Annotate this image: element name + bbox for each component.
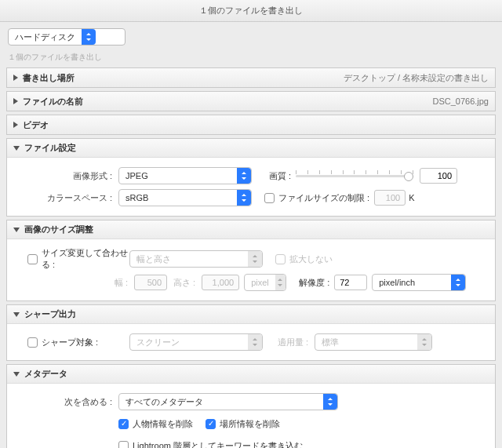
panel-summary: DSC_0766.jpg bbox=[432, 97, 489, 106]
remove-location-label: 場所情報を削除 bbox=[220, 418, 280, 430]
include-label: 次を含める : bbox=[16, 396, 118, 408]
remove-person-label: 人物情報を削除 bbox=[133, 418, 193, 430]
disclosure-right-icon bbox=[13, 75, 18, 81]
chevron-updown-icon bbox=[237, 190, 251, 206]
panel-header-location[interactable]: 書き出し場所 デスクトップ / 名称未設定の書き出し bbox=[7, 68, 495, 87]
quality-label: 画質 : bbox=[264, 170, 296, 182]
format-value: JPEG bbox=[126, 171, 231, 180]
resize-mode-select: 幅と高さ bbox=[129, 250, 263, 268]
chevron-updown-icon bbox=[248, 251, 262, 267]
chevron-updown-icon bbox=[82, 29, 96, 45]
format-select[interactable]: JPEG bbox=[118, 167, 252, 184]
no-enlarge-checkbox bbox=[275, 254, 286, 264]
sharpen-target-value: スクリーン bbox=[136, 337, 242, 348]
no-enlarge-label: 拡大しない bbox=[289, 253, 333, 265]
disclosure-down-icon bbox=[13, 146, 20, 151]
remove-location-checkbox[interactable] bbox=[206, 419, 216, 429]
quality-slider[interactable] bbox=[296, 169, 413, 182]
disclosure-right-icon bbox=[13, 122, 18, 128]
disclosure-down-icon bbox=[13, 372, 20, 377]
resize-checkbox[interactable] bbox=[27, 254, 38, 264]
quality-input[interactable] bbox=[420, 168, 457, 184]
format-label: 画像形式 : bbox=[16, 170, 118, 182]
include-value: すべてのメタデータ bbox=[126, 396, 317, 408]
panel-header-file-settings[interactable]: ファイル設定 bbox=[7, 139, 495, 158]
sharpen-amount-label: 適用量 : bbox=[275, 337, 315, 348]
panel-title: 書き出し場所 bbox=[23, 72, 344, 84]
colorspace-select[interactable]: sRGB bbox=[118, 189, 252, 206]
dim-unit-value: pixel bbox=[251, 278, 269, 287]
chevron-updown-icon bbox=[451, 275, 465, 290]
resolution-unit-value: pixel/inch bbox=[379, 278, 445, 287]
panel-header-sharpen[interactable]: シャープ出力 bbox=[7, 305, 495, 324]
height-label: 高さ : bbox=[173, 277, 202, 289]
height-input bbox=[202, 275, 239, 290]
resize-label: サイズ変更して合わせる : bbox=[42, 247, 129, 271]
write-keywords-label: Lightroom 階層としてキーワードを書き込む bbox=[133, 440, 303, 449]
sharpen-amount-value: 標準 bbox=[322, 337, 411, 348]
colorspace-label: カラースペース : bbox=[16, 192, 118, 204]
resolution-input[interactable] bbox=[334, 275, 367, 290]
panel-header-metadata[interactable]: メタデータ bbox=[7, 365, 495, 384]
panel-title: ビデオ bbox=[23, 119, 489, 131]
width-input bbox=[134, 275, 167, 290]
destination-select[interactable]: ハードディスク bbox=[8, 28, 126, 46]
remove-person-checkbox[interactable] bbox=[118, 419, 129, 429]
window-title: １個のファイルを書き出し bbox=[0, 0, 502, 22]
sharpen-target-label: シャープ対象 : bbox=[42, 337, 129, 348]
sharpen-amount-select: 標準 bbox=[315, 333, 432, 351]
panel-title: メタデータ bbox=[24, 368, 489, 380]
panel-header-image-size[interactable]: 画像のサイズ調整 bbox=[7, 220, 495, 239]
chevron-updown-icon bbox=[275, 275, 286, 290]
width-label: 幅 : bbox=[16, 277, 134, 289]
disclosure-down-icon bbox=[13, 228, 20, 232]
panel-title: 画像のサイズ調整 bbox=[24, 224, 489, 235]
chevron-updown-icon bbox=[417, 334, 431, 350]
filesize-limit-label: ファイルサイズの制限 : bbox=[278, 192, 369, 204]
chevron-updown-icon bbox=[237, 168, 251, 184]
panel-title: ファイルの名前 bbox=[23, 96, 432, 107]
disclosure-right-icon bbox=[13, 98, 18, 104]
panel-summary: デスクトップ / 名称未設定の書き出し bbox=[344, 72, 489, 84]
filesize-limit-checkbox[interactable] bbox=[264, 193, 275, 203]
resolution-unit-select[interactable]: pixel/inch bbox=[372, 274, 466, 291]
colorspace-value: sRGB bbox=[126, 193, 231, 202]
filesize-limit-input bbox=[374, 190, 406, 206]
subcaption: １個のファイルを書き出し bbox=[0, 52, 502, 67]
chevron-updown-icon bbox=[248, 334, 262, 350]
panel-title: シャープ出力 bbox=[24, 308, 489, 320]
dim-unit-select: pixel bbox=[244, 274, 286, 291]
resolution-label: 解像度 : bbox=[299, 277, 329, 289]
panel-title: ファイル設定 bbox=[24, 142, 489, 154]
include-select[interactable]: すべてのメタデータ bbox=[118, 393, 338, 410]
panel-header-filename[interactable]: ファイルの名前 DSC_0766.jpg bbox=[7, 92, 495, 111]
resize-mode-value: 幅と高さ bbox=[136, 253, 242, 265]
sharpen-target-select: スクリーン bbox=[129, 333, 263, 351]
destination-value: ハードディスク bbox=[15, 31, 75, 43]
disclosure-down-icon bbox=[13, 312, 20, 317]
sharpen-checkbox[interactable] bbox=[27, 337, 38, 348]
chevron-updown-icon bbox=[323, 394, 337, 410]
panel-header-video[interactable]: ビデオ bbox=[7, 115, 495, 134]
toolbar: ハードディスク bbox=[0, 22, 502, 52]
write-keywords-checkbox[interactable] bbox=[118, 441, 129, 449]
filesize-limit-unit: K bbox=[409, 193, 414, 202]
